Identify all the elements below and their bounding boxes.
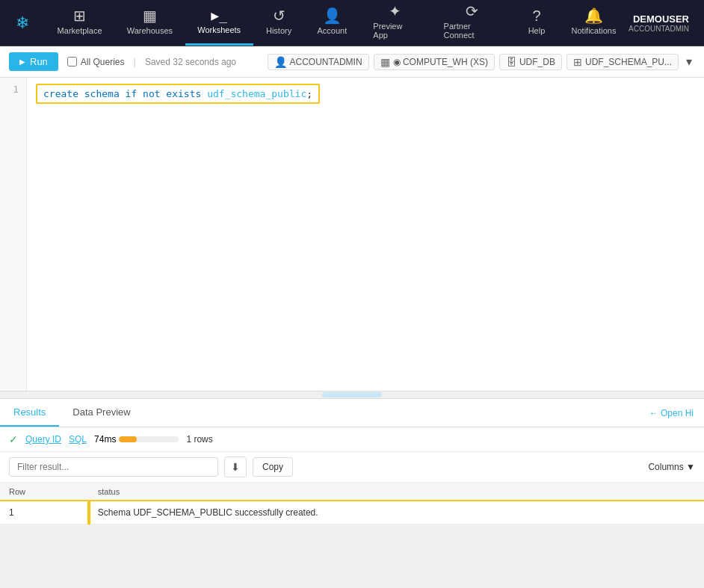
all-queries-checkbox-label[interactable]: All Queries (67, 57, 125, 67)
editor-area[interactable]: 1 create schema if not exists udf_schema… (0, 78, 704, 392)
results-table: Row status 1 Schema UDF_SCHEMA_PUBLIC su… (0, 483, 704, 524)
sidebar-item-history[interactable]: ↺ History (253, 0, 305, 46)
cell-status-value: Schema UDF_SCHEMA_PUBLIC successfully cr… (89, 501, 704, 524)
timing-progress-bar (119, 436, 179, 442)
results-panel: Results Data Preview ← Open Hi ✓ Query I… (0, 399, 704, 524)
download-icon: ⬇ (231, 461, 240, 473)
semicolon: ; (306, 88, 312, 99)
code-editor[interactable]: create schema if not exists udf_schema_p… (27, 78, 704, 391)
snowflake-icon: ❄ (16, 13, 29, 33)
notifications-icon: 🔔 (584, 8, 603, 23)
sidebar-item-partner-connect[interactable]: ⟳ Partner Connect (430, 0, 514, 46)
highlighted-code-block: create schema if not exists udf_schema_p… (36, 84, 320, 104)
timing-fill (119, 436, 137, 442)
horizontal-scrollbar[interactable] (0, 392, 704, 399)
compute-wh-label: ◉ COMPUTE_WH (XS) (393, 57, 488, 67)
copy-button[interactable]: Copy (253, 457, 293, 477)
sidebar-item-help[interactable]: ? Help (514, 0, 559, 46)
schema-chip-icon: ⊞ (573, 56, 582, 68)
success-check-icon: ✓ (9, 433, 18, 445)
user-info-section: DEMOUSER ACCOUNTADMIN (629, 0, 704, 46)
account-role-label: ACCOUNTADMIN (629, 25, 689, 33)
account-admin-chip[interactable]: 👤 ACCOUNTADMIN (268, 54, 369, 70)
sidebar-item-label: Partner Connect (444, 22, 501, 40)
keyword-create: create schema if not exists (43, 88, 207, 99)
worksheets-icon: ▶_ (211, 9, 227, 22)
marketplace-icon: ⊞ (73, 8, 86, 23)
download-button[interactable]: ⬇ (224, 457, 247, 477)
help-icon: ? (532, 8, 540, 23)
table-header-row: Row status (0, 483, 704, 501)
account-icon: 👤 (323, 8, 342, 23)
line-number-1: 1 (7, 84, 19, 95)
open-history-button[interactable]: ← Open Hi (639, 400, 704, 426)
sidebar-item-worksheets[interactable]: ▶_ Worksheets (185, 0, 253, 46)
sidebar-item-account[interactable]: 👤 Account (304, 0, 359, 46)
db-chip-icon: 🗄 (506, 56, 516, 68)
saved-status: Saved 32 seconds ago (145, 57, 236, 67)
tab-data-preview[interactable]: Data Preview (59, 399, 143, 427)
toolbar: ▶ Run All Queries | Saved 32 seconds ago… (0, 46, 704, 78)
all-queries-checkbox[interactable] (67, 57, 77, 66)
sql-link[interactable]: SQL (69, 434, 87, 445)
scroll-thumb[interactable] (322, 392, 382, 397)
cell-row-number: 1 (0, 501, 89, 524)
tab-results[interactable]: Results (0, 399, 59, 427)
sidebar-item-notifications[interactable]: 🔔 Notifications (559, 0, 629, 46)
table-body: 1 Schema UDF_SCHEMA_PUBLIC successfully … (0, 501, 704, 524)
run-button[interactable]: ▶ Run (9, 52, 58, 71)
all-queries-label: All Queries (81, 57, 125, 67)
sidebar-item-label: Worksheets (197, 25, 241, 34)
sidebar-item-preview-app[interactable]: ✦ Preview App (359, 0, 430, 46)
udf-db-label: UDF_DB (519, 57, 555, 67)
sidebar-item-label: Notifications (572, 26, 617, 35)
history-icon: ↺ (273, 8, 285, 23)
timing-text: 74ms (94, 434, 116, 445)
warehouses-icon: ▦ (143, 8, 157, 23)
toolbar-right: 👤 ACCOUNTADMIN ▦ ◉ COMPUTE_WH (XS) 🗄 UDF… (268, 53, 696, 70)
partner-connect-icon: ⟳ (466, 4, 478, 19)
top-nav: ❄ ⊞ Marketplace ▦ Warehouses ▶_ Workshee… (0, 0, 704, 46)
compute-wh-chip[interactable]: ▦ ◉ COMPUTE_WH (XS) (374, 54, 495, 70)
play-icon: ▶ (19, 58, 25, 66)
schema-name: udf_schema_public (207, 88, 306, 99)
query-info-bar: ✓ Query ID SQL 74ms 1 rows (0, 427, 704, 452)
rows-count: 1 rows (186, 434, 212, 445)
sidebar-item-marketplace[interactable]: ⊞ Marketplace (45, 0, 114, 46)
warehouse-chip-icon: ▦ (380, 56, 390, 68)
run-label: Run (30, 56, 48, 67)
query-id-link[interactable]: Query ID (25, 434, 61, 445)
filter-bar: ⬇ Copy Columns ▼ (0, 452, 704, 483)
account-admin-label: ACCOUNTADMIN (290, 57, 362, 67)
sidebar-item-warehouses[interactable]: ▦ Warehouses (114, 0, 185, 46)
udf-db-chip[interactable]: 🗄 UDF_DB (499, 54, 562, 70)
sidebar-item-label: Account (317, 26, 347, 35)
sidebar-item-label: Warehouses (127, 26, 173, 35)
line-numbers: 1 (0, 78, 27, 391)
brand-logo[interactable]: ❄ (0, 0, 45, 46)
columns-button[interactable]: Columns ▼ (648, 462, 695, 472)
udf-schema-chip[interactable]: ⊞ UDF_SCHEMA_PU... (566, 54, 679, 70)
timing-bar: 74ms (94, 434, 179, 445)
udf-schema-label: UDF_SCHEMA_PU... (585, 57, 672, 67)
username-label: DEMOUSER (629, 13, 689, 25)
table-header: Row status (0, 483, 704, 501)
preview-app-icon: ✦ (389, 4, 401, 19)
sidebar-item-label: Help (528, 26, 546, 35)
user-chip-icon: 👤 (274, 56, 287, 68)
results-tabs: Results Data Preview ← Open Hi (0, 399, 704, 427)
table-row: 1 Schema UDF_SCHEMA_PUBLIC successfully … (0, 501, 704, 524)
more-options-button[interactable]: ▾ (683, 53, 695, 70)
col-row: Row (0, 483, 89, 501)
results-table-wrapper: Row status 1 Schema UDF_SCHEMA_PUBLIC su… (0, 483, 704, 524)
col-status: status (89, 483, 704, 501)
sidebar-item-label: Preview App (373, 22, 416, 40)
filter-input[interactable] (9, 457, 218, 477)
sidebar-item-label: Marketplace (58, 26, 102, 35)
sidebar-item-label: History (266, 26, 291, 35)
toolbar-divider: | (134, 56, 136, 67)
